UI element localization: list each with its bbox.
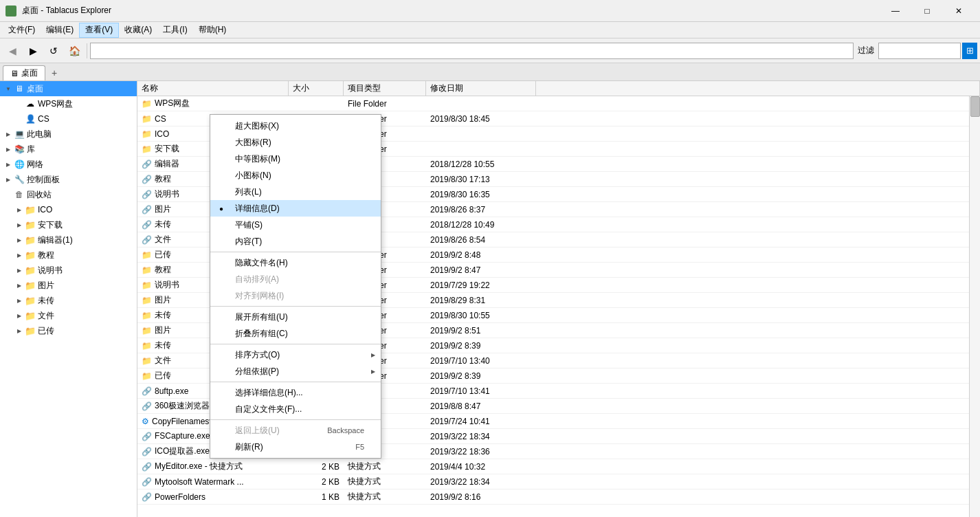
ctx-label-auto-arrange: 自动排列(A) [235, 274, 279, 285]
sidebar-item-thispc[interactable]: ▶ 💻 此电脑 [0, 126, 137, 142]
forward-button[interactable]: ▶ [23, 41, 43, 60]
sidebar-item-download[interactable]: ▶ 📁 安下载 [0, 217, 137, 232]
sidebar-item-unsent[interactable]: ▶ 📁 未传 [0, 293, 137, 308]
ctx-details[interactable]: ● 详细信息(D) [210, 200, 381, 217]
file-icon: 🔗 [142, 432, 152, 441]
ctx-label-list: 列表(L) [235, 186, 262, 198]
title-bar: 桌面 - Tablacus Explorer — □ ✕ [0, 0, 980, 22]
file-type-cell: File Folder [344, 99, 426, 109]
file-icon: 📁 [142, 144, 152, 154]
ctx-content[interactable]: 内容(T) [210, 233, 381, 250]
table-row[interactable]: 🔗 PowerFolders 1 KB 快捷方式 2019/9/2 8:16 [137, 490, 980, 505]
ctx-flat[interactable]: 平铺(S) [210, 217, 381, 233]
ctx-label-align-grid: 对齐到网格(I) [235, 290, 284, 302]
expand-icon-cs [14, 113, 25, 124]
table-row[interactable]: 🔗 Mytoolsoft Watermark ... 2 KB 快捷方式 201… [137, 474, 980, 490]
file-date-cell: 2018/12/28 10:55 [426, 160, 536, 169]
manual-folder-icon: 📁 [25, 265, 36, 276]
ctx-extra-large[interactable]: 超大图标(X) [210, 118, 381, 134]
ctx-small[interactable]: 小图标(N) [210, 167, 381, 184]
refresh-button[interactable]: ↺ [44, 41, 63, 60]
sidebar-label-sent: 已传 [38, 325, 54, 337]
home-icon: 🏠 [69, 45, 80, 56]
ctx-go-up: 返回上级(U) Backspace [210, 422, 381, 439]
col-header-type[interactable]: 项目类型 [344, 81, 426, 96]
file-date-cell: 2019/8/8 8:47 [426, 402, 536, 411]
sidebar-label-recycle: 回收站 [27, 189, 52, 201]
file-date-cell: 2019/9/2 8:47 [426, 265, 536, 275]
close-button[interactable]: ✕ [943, 0, 975, 22]
sidebar-item-network[interactable]: ▶ 🌐 网络 [0, 157, 137, 172]
ctx-check-details: ● [216, 203, 227, 214]
sidebar-item-control[interactable]: ▶ 🔧 控制面板 [0, 172, 137, 187]
maximize-button[interactable]: □ [911, 0, 943, 22]
tab-desktop[interactable]: 🖥 桌面 [3, 65, 45, 80]
sidebar-item-recycle[interactable]: 🗑 回收站 [0, 187, 137, 202]
menu-help[interactable]: 帮助(H) [193, 23, 232, 38]
ctx-list[interactable]: 列表(L) [210, 184, 381, 200]
col-header-name[interactable]: 名称 [137, 81, 289, 96]
file-icon: 📁 [142, 280, 152, 290]
ctx-expand-all[interactable]: 展开所有组(U) [210, 309, 381, 325]
col-header-extra[interactable] [536, 81, 980, 96]
expand-icon-manual: ▶ [14, 265, 25, 276]
ctx-group-by[interactable]: 分组依据(P) [210, 363, 381, 380]
ctx-medium[interactable]: 中等图标(M) [210, 151, 381, 167]
title-bar-left: 桌面 - Tablacus Explorer [5, 5, 111, 16]
file-icon: 📁 [142, 296, 152, 305]
file-icon: 🔗 [142, 190, 152, 199]
ctx-sort-by[interactable]: 排序方式(O) [210, 346, 381, 363]
menu-file[interactable]: 文件(F) [3, 23, 41, 38]
ctx-custom-folder[interactable]: 自定义文件夹(F)... [210, 401, 381, 417]
menu-edit[interactable]: 编辑(E) [41, 23, 79, 38]
sidebar-item-ico[interactable]: ▶ 📁 ICO [0, 202, 137, 217]
ctx-select-details[interactable]: 选择详细信息(H)... [210, 384, 381, 401]
back-button[interactable]: ◀ [3, 41, 22, 60]
scrollbar-thumb[interactable] [970, 96, 980, 117]
table-row[interactable]: 🔗 MyEditor.exe - 快捷方式 2 KB 快捷方式 2019/4/4… [137, 459, 980, 474]
file-name: MyEditor.exe - 快捷方式 [155, 461, 243, 472]
app-icon [5, 6, 16, 16]
ctx-hide-names[interactable]: 隐藏文件名(H) [210, 254, 381, 271]
menu-collect[interactable]: 收藏(A) [119, 23, 157, 38]
file-name: 说明书 [155, 279, 179, 291]
filter-input[interactable] [878, 43, 961, 59]
expand-icon-ico: ▶ [14, 204, 25, 215]
sidebar-item-tutorial[interactable]: ▶ 📁 教程 [0, 248, 137, 263]
sidebar-item-images[interactable]: ▶ 📁 图片 [0, 278, 137, 293]
file-name: 文件 [155, 234, 171, 245]
col-date-label: 修改日期 [430, 82, 463, 94]
home-button[interactable]: 🏠 [65, 41, 84, 60]
sidebar-item-desktop[interactable]: ▼ 🖥 桌面 [0, 81, 137, 96]
file-name-cell: 🔗 MyEditor.exe - 快捷方式 [137, 461, 289, 472]
file-date-cell: 2019/8/30 10:55 [426, 311, 536, 320]
sidebar-item-wps[interactable]: ☁ WPS网盘 [0, 96, 137, 111]
ctx-collapse-all[interactable]: 折叠所有组(C) [210, 325, 381, 342]
ctx-sep-1 [210, 252, 381, 252]
tab-add-button[interactable]: + [47, 65, 62, 80]
address-bar[interactable] [90, 43, 854, 59]
download-folder-icon: 📁 [25, 219, 36, 230]
filter-button[interactable]: ⊞ [962, 43, 977, 59]
sidebar-item-files[interactable]: ▶ 📁 文件 [0, 308, 137, 323]
file-date-cell: 2019/9/2 8:51 [426, 326, 536, 336]
col-header-size[interactable]: 大小 [289, 81, 344, 96]
ku-icon: 📚 [14, 144, 25, 155]
sidebar-item-cs[interactable]: 👤 CS [0, 111, 137, 126]
sidebar-item-sent[interactable]: ▶ 📁 已传 [0, 323, 137, 338]
sidebar-item-manual[interactable]: ▶ 📁 说明书 [0, 263, 137, 278]
ctx-large[interactable]: 大图标(R) [210, 134, 381, 151]
col-header-date[interactable]: 修改日期 [426, 81, 536, 96]
ctx-refresh[interactable]: 刷新(R) F5 [210, 439, 381, 455]
file-name: 未传 [155, 219, 171, 230]
expand-icon-files: ▶ [14, 310, 25, 321]
scrollbar[interactable] [969, 81, 980, 517]
table-row[interactable]: 📁 WPS网盘 File Folder [137, 96, 980, 111]
menu-tools[interactable]: 工具(I) [157, 23, 192, 38]
minimize-button[interactable]: — [880, 0, 911, 22]
menu-view[interactable]: 查看(V) [79, 23, 119, 38]
sidebar-item-editor[interactable]: ▶ 📁 编辑器(1) [0, 232, 137, 248]
file-icon: 📁 [142, 129, 152, 139]
context-menu: 超大图标(X) 大图标(R) 中等图标(M) 小图标(N) 列表(L) ● 详细… [210, 114, 381, 459]
sidebar-item-ku[interactable]: ▶ 📚 库 [0, 142, 137, 157]
